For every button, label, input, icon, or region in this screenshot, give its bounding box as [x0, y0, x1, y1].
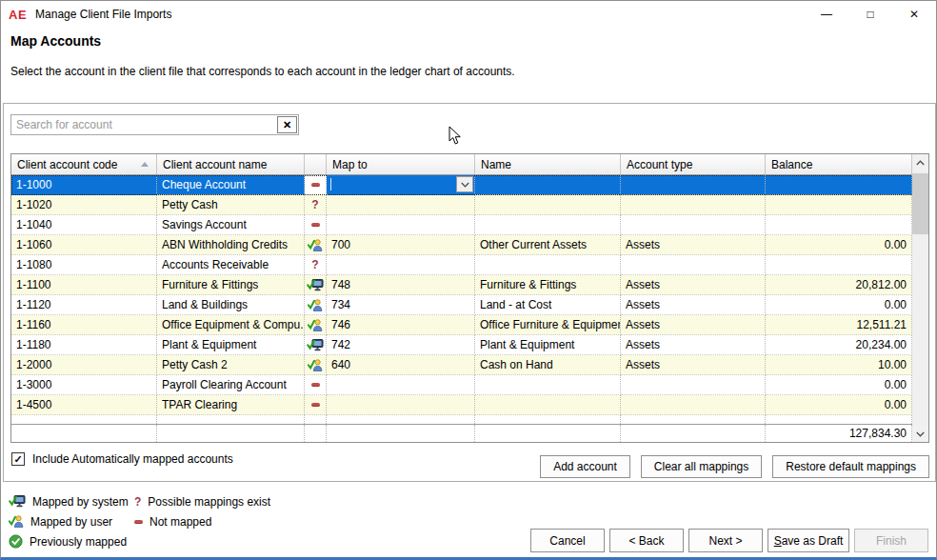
table-row-1-1060[interactable]: 1-1060ABN Withholding Credits700Other Cu…: [11, 235, 928, 255]
cell-balance: 0.00: [766, 295, 912, 315]
cell-balance: 0.00: [766, 375, 912, 395]
cell-client-account-name: Petty Cash: [157, 195, 305, 215]
scroll-down-icon[interactable]: [912, 426, 928, 442]
cell-map-to[interactable]: [327, 255, 475, 275]
not-mapped-icon: [311, 183, 320, 187]
cell-map-to[interactable]: 742: [327, 335, 475, 355]
cell-name: [475, 175, 621, 195]
cell-map-to[interactable]: [327, 195, 475, 215]
cell-map-to[interactable]: 700: [327, 235, 475, 255]
column-header-account-type[interactable]: Account type: [621, 154, 766, 174]
table-row-1-3000[interactable]: 1-3000Payroll Clearing Account0.00: [11, 375, 928, 395]
add-account-button[interactable]: Add account: [540, 455, 630, 478]
restore-default-mappings-button[interactable]: Restore default mappings: [772, 455, 929, 478]
table-row-1-1160[interactable]: 1-1160Office Equipment & Compu..746Offic…: [11, 315, 928, 335]
cell-map-to[interactable]: [327, 175, 475, 195]
maximize-icon[interactable]: □: [848, 1, 892, 28]
mapped-by-system-icon: [307, 279, 324, 291]
mapping-panel: ✕ Client account codeClient account name…: [3, 103, 936, 482]
cell-name: [475, 195, 621, 215]
cell-client-account-code: 1-1160: [11, 315, 157, 335]
cell-map-to[interactable]: [327, 215, 475, 235]
column-header-balance[interactable]: Balance: [766, 154, 912, 174]
mapped-by-user-icon: [308, 319, 323, 331]
filler-cell: [305, 415, 327, 424]
table-row-1-1000[interactable]: 1-1000Cheque Account: [11, 175, 928, 195]
table-row-1-1180[interactable]: 1-1180Plant & Equipment742Plant & Equipm…: [11, 335, 928, 355]
cell-name: [475, 375, 621, 395]
accounts-grid: Client account codeClient account nameMa…: [10, 153, 929, 443]
cell-name: [475, 255, 621, 275]
column-header-label: Balance: [771, 158, 812, 171]
back-button[interactable]: < Back: [609, 529, 684, 552]
legend-item-not-mapped: Not mapped: [134, 511, 270, 531]
close-icon[interactable]: ✕: [892, 1, 936, 28]
cell-client-account-name: Office Equipment & Compu..: [157, 315, 305, 335]
cell-client-account-name: Cheque Account: [157, 175, 305, 195]
not-mapped-icon: [134, 520, 143, 524]
column-header-map-to[interactable]: Map to: [327, 154, 475, 174]
cell-account-type: [621, 375, 766, 395]
legend-label: Not mapped: [150, 515, 211, 529]
search-clear-icon[interactable]: ✕: [277, 116, 297, 133]
column-header-status[interactable]: [305, 154, 327, 174]
cell-client-account-name: Furniture & Fittings: [157, 275, 305, 295]
table-row-1-4500[interactable]: 1-4500TPAR Clearing0.00: [11, 395, 928, 415]
total-cell: [157, 425, 305, 442]
checkbox-label: Include Automatically mapped accounts: [32, 452, 233, 466]
grid-filler: [11, 415, 928, 424]
filler-cell: [327, 415, 475, 424]
table-row-1-1040[interactable]: 1-1040Savings Account: [11, 215, 928, 235]
cell-status: [305, 275, 327, 295]
cell-map-to[interactable]: 746: [327, 315, 475, 335]
cell-balance: 0.00: [766, 395, 912, 415]
search-box: ✕: [10, 114, 299, 135]
table-row-1-1120[interactable]: 1-1120Land & Buildings734Land - at CostA…: [11, 295, 928, 315]
column-header-client-account-name[interactable]: Client account name: [157, 154, 305, 174]
filler-cell: [621, 415, 766, 424]
cell-client-account-code: 1-1040: [11, 215, 157, 235]
cell-map-to[interactable]: 748: [327, 275, 475, 295]
search-input[interactable]: [11, 115, 276, 134]
minimize-icon[interactable]: —: [805, 1, 848, 28]
cancel-button[interactable]: Cancel: [530, 529, 605, 552]
cell-map-to[interactable]: 734: [327, 295, 475, 315]
cell-name: Cash on Hand: [475, 355, 621, 375]
cell-map-to[interactable]: 640: [327, 355, 475, 375]
cell-status: [305, 355, 327, 375]
cell-account-type: Assets: [621, 235, 766, 255]
clear-all-mappings-button[interactable]: Clear all mappings: [641, 455, 762, 478]
vertical-scrollbar[interactable]: [912, 154, 928, 442]
cell-map-to[interactable]: [327, 375, 475, 395]
cell-account-type: Assets: [621, 295, 766, 315]
save-as-draft-button[interactable]: Save as Draft: [768, 529, 849, 552]
cell-client-account-code: 1-1000: [11, 175, 157, 195]
cell-client-account-code: 1-2000: [11, 355, 157, 375]
possible-mappings-icon: ?: [311, 195, 318, 214]
cell-status: [305, 395, 327, 415]
column-header-label: Client account code: [17, 158, 117, 171]
table-row-1-1080[interactable]: 1-1080Accounts Receivable?: [11, 255, 928, 275]
table-row-1-1020[interactable]: 1-1020Petty Cash?: [11, 195, 928, 215]
panel-button-row: Add accountClear all mappingsRestore def…: [540, 455, 929, 478]
scroll-up-icon[interactable]: [912, 154, 928, 170]
column-header-client-account-code[interactable]: Client account code: [11, 154, 157, 174]
next-button[interactable]: Next >: [688, 529, 763, 552]
cell-map-to[interactable]: [327, 395, 475, 415]
possible-mappings-icon: ?: [134, 495, 141, 509]
mapped-by-user-icon: [308, 299, 323, 311]
map-to-combobox[interactable]: [327, 175, 474, 194]
scrollbar-thumb[interactable]: [912, 173, 928, 234]
column-header-name[interactable]: Name: [475, 154, 621, 174]
table-row-1-2000[interactable]: 1-2000Petty Cash 2640Cash on HandAssets1…: [11, 355, 928, 375]
cell-account-type: Assets: [621, 335, 766, 355]
cell-name: Office Furniture & Equipment: [475, 315, 621, 335]
combo-dropdown-icon[interactable]: [456, 176, 473, 192]
title-bar: AE Manage Client File Imports — □ ✕: [1, 1, 936, 28]
column-header-label: Map to: [332, 158, 368, 171]
cell-client-account-code: 1-1060: [11, 235, 157, 255]
legend-label: Possible mappings exist: [148, 495, 270, 509]
table-row-1-1100[interactable]: 1-1100Furniture & Fittings748Furniture &…: [11, 275, 928, 295]
cell-name: Plant & Equipment: [475, 335, 621, 355]
include-auto-mapped-checkbox[interactable]: ✓ Include Automatically mapped accounts: [11, 452, 233, 466]
